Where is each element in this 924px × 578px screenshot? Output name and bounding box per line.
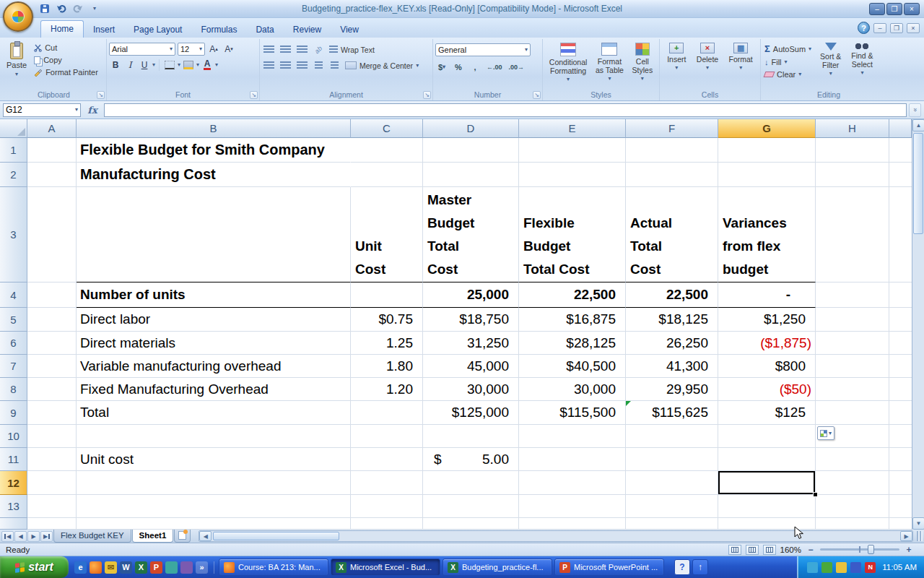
cell-G1[interactable] (718, 138, 816, 163)
cell-A6[interactable] (27, 332, 77, 355)
cell-E7[interactable]: $40,500 (519, 355, 626, 378)
row-header-10[interactable]: 10 (0, 425, 27, 448)
row-header-6[interactable]: 6 (0, 332, 27, 355)
delete-cells-button[interactable]: × Delete ▾ (694, 40, 721, 73)
underline-button[interactable]: U (138, 59, 151, 71)
taskbar-window-powerpoint[interactable]: P Microsoft PowerPoint ... (554, 558, 664, 576)
undo-button[interactable] (54, 2, 69, 15)
powerpoint-icon[interactable]: P (150, 561, 162, 574)
cell-C2[interactable] (351, 163, 423, 187)
cell-G8[interactable]: ($50) (718, 378, 816, 401)
cell-B5[interactable]: Direct labor (77, 308, 351, 332)
accounting-format-button[interactable]: $ ▾ (435, 61, 448, 73)
cell-G3-header[interactable]: Variances from flex budget (718, 187, 816, 282)
row-header-13[interactable]: 13 (0, 495, 27, 518)
page-break-view-button[interactable] (763, 545, 776, 555)
cell-H9[interactable] (816, 401, 889, 425)
cell-C8[interactable]: 1.20 (351, 378, 423, 401)
autosum-button[interactable]: Σ AutoSum ▾ (763, 43, 813, 55)
scroll-right-button[interactable]: ▶ (900, 531, 912, 541)
cell-D5[interactable]: $18,750 (423, 308, 519, 332)
office-button[interactable] (3, 1, 33, 32)
cell-H12[interactable] (816, 471, 889, 495)
tab-home[interactable]: Home (40, 20, 84, 38)
find-select-button[interactable]: Find & Select ▾ (848, 40, 876, 78)
show-more-icon[interactable]: » (196, 561, 208, 574)
cell-G13[interactable] (718, 495, 816, 518)
cell-D12[interactable] (423, 471, 519, 495)
workbook-restore-button[interactable]: ❐ (890, 23, 903, 33)
cell-B13[interactable] (77, 495, 351, 518)
scroll-left-button[interactable]: ◀ (199, 531, 212, 541)
help-button[interactable]: ? (858, 22, 870, 34)
font-size-select[interactable]: 12▾ (178, 43, 205, 56)
cell-F1[interactable] (626, 138, 718, 163)
cell-B2-subtitle[interactable]: Manufacturing Cost (77, 163, 351, 187)
taskbar-window-firefox[interactable]: Course: BA 213: Man... (219, 558, 328, 576)
tray-icon[interactable] (850, 562, 861, 573)
cell-I1-partial[interactable] (889, 138, 912, 163)
cell-G6[interactable]: ($1,875) (718, 332, 816, 355)
help-tray-button[interactable]: ? (674, 559, 690, 575)
tab-insert[interactable]: Insert (84, 21, 124, 38)
cell-B10[interactable] (77, 425, 351, 448)
column-header-a[interactable]: A (27, 119, 77, 138)
cell-B11[interactable]: Unit cost (77, 448, 351, 471)
cell-E2[interactable] (519, 163, 626, 187)
paste-button[interactable]: Paste ▾ (4, 40, 30, 79)
cell-H7[interactable] (816, 355, 889, 378)
previous-sheet-button[interactable]: ◀ (14, 531, 27, 542)
sheet-tab-sheet1[interactable]: Sheet1 (132, 530, 174, 543)
cell-C11[interactable] (351, 448, 423, 471)
cell-I13-partial[interactable] (889, 495, 912, 518)
increase-indent-button[interactable] (328, 59, 341, 72)
cell-E5[interactable]: $16,875 (519, 308, 626, 332)
cell-C1[interactable] (351, 138, 423, 163)
horizontal-scroll-thumb[interactable] (213, 532, 339, 540)
vertical-scroll-track[interactable] (912, 131, 924, 517)
font-name-select[interactable]: Arial▾ (109, 43, 175, 56)
sort-filter-button[interactable]: Sort & Filter ▾ (817, 40, 844, 79)
last-sheet-button[interactable]: ▶ (40, 531, 53, 542)
cell-A3[interactable] (27, 187, 77, 282)
cell-A13[interactable] (27, 495, 77, 518)
cell-F11[interactable] (626, 448, 718, 471)
column-header-c[interactable]: C (351, 119, 423, 138)
cell-F3-header[interactable]: Actual Total Cost (626, 187, 718, 282)
scroll-down-button[interactable]: ▼ (912, 517, 924, 530)
cell-D7[interactable]: 45,000 (423, 355, 519, 378)
minimize-button[interactable]: – (869, 3, 885, 15)
volume-icon[interactable] (836, 562, 847, 573)
start-button[interactable]: start (0, 556, 69, 578)
font-dialog-launcher-icon[interactable]: ↘ (250, 91, 258, 99)
cell-D2[interactable] (423, 163, 519, 187)
sheet-tab-flex-budget-key[interactable]: Flex Budget KEY (53, 530, 131, 543)
grow-font-button[interactable]: A▴ (207, 43, 220, 56)
redo-button[interactable] (71, 2, 85, 15)
cell-E12[interactable] (519, 471, 626, 495)
next-sheet-button[interactable]: ▶ (27, 531, 40, 542)
row-header-14-partial[interactable] (0, 518, 27, 530)
row-header-2[interactable]: 2 (0, 163, 27, 187)
fill-button[interactable]: ↓ Fill ▾ (763, 57, 813, 67)
insert-worksheet-tab[interactable] (174, 530, 191, 543)
row-header-1[interactable]: 1 (0, 138, 27, 163)
cell-I10-partial[interactable] (889, 425, 912, 448)
align-right-button[interactable] (295, 59, 309, 72)
font-color-button[interactable]: A (201, 59, 214, 71)
italic-button[interactable]: I (123, 59, 136, 71)
clipboard-dialog-launcher-icon[interactable]: ↘ (97, 91, 105, 99)
app-icon[interactable] (180, 561, 193, 574)
cell-B4[interactable]: Number of units (77, 282, 351, 308)
first-sheet-button[interactable]: ◀ (1, 531, 14, 542)
row-header-5[interactable]: 5 (0, 308, 27, 332)
cell-A11[interactable] (27, 448, 77, 471)
column-header-partial[interactable] (889, 119, 912, 138)
row-header-9[interactable]: 9 (0, 401, 27, 425)
horizontal-scrollbar[interactable]: ◀ ▶ (199, 530, 913, 542)
row-header-8[interactable]: 8 (0, 378, 27, 401)
decrease-decimal-button[interactable]: .00→ (507, 61, 526, 73)
cell-E4[interactable]: 22,500 (519, 282, 626, 308)
number-format-select[interactable]: General▾ (435, 43, 531, 56)
cell-H4[interactable] (816, 282, 889, 308)
